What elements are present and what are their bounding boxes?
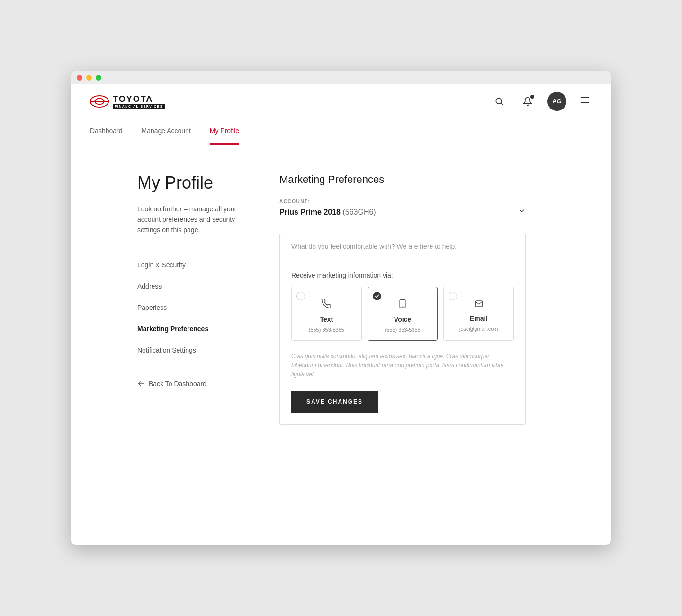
arrow-left-icon [137, 380, 145, 388]
receive-label: Receive marketing information via: [291, 272, 514, 279]
notification-button[interactable] [519, 93, 536, 110]
right-panel: Marketing Preferences ACCOUNT: Prius Pri… [279, 173, 526, 516]
page-title: My Profile [137, 173, 251, 192]
tab-manage-account[interactable]: Manage Account [142, 118, 191, 145]
sidebar-nav: Login & Security Address Paperless Marke… [137, 254, 251, 361]
maximize-button[interactable] [96, 75, 101, 81]
sidebar-item-notification-settings[interactable]: Notification Settings [137, 340, 251, 361]
header-right: AG [491, 92, 592, 111]
account-code: (563GH6) [342, 208, 376, 216]
channel-voice-radio [373, 292, 381, 300]
avatar[interactable]: AG [547, 92, 566, 111]
account-name-bold: Prius Prime 2018 [279, 208, 341, 216]
title-bar [71, 71, 611, 84]
hamburger-icon [580, 95, 590, 105]
section-title: Marketing Preferences [279, 173, 526, 186]
notification-dot [530, 95, 534, 99]
save-changes-button[interactable]: SAVE CHANGES [291, 391, 378, 413]
tab-my-profile[interactable]: My Profile [210, 118, 239, 145]
channel-voice[interactable]: Voice (555) 353-5355 [368, 287, 438, 341]
logo-area: TOYOTA FINANCIAL SERVICES [90, 94, 165, 109]
main-content: My Profile Look no further – manage all … [71, 145, 611, 545]
channel-text-label: Text [320, 316, 333, 323]
disclaimer-text: Cras quis nulla commodo, aliquam lectus … [291, 352, 514, 380]
card-body: Receive marketing information via: Text [280, 260, 525, 424]
channel-email-radio [449, 292, 457, 300]
sidebar-item-login-security[interactable]: Login & Security [137, 254, 251, 276]
hamburger-button[interactable] [578, 93, 592, 110]
tab-dashboard[interactable]: Dashboard [90, 118, 123, 145]
header: TOYOTA FINANCIAL SERVICES AG [71, 84, 611, 118]
close-button[interactable] [77, 75, 82, 81]
toyota-logo: TOYOTA FINANCIAL SERVICES [113, 94, 165, 109]
account-label: ACCOUNT: [279, 199, 526, 204]
envelope-icon [474, 299, 484, 311]
chevron-down-icon [518, 207, 526, 217]
channel-email-label: Email [470, 315, 487, 322]
app-window: TOYOTA FINANCIAL SERVICES AG [71, 71, 611, 545]
mobile-icon [398, 299, 407, 312]
back-dashboard-label: Back To Dashboard [149, 380, 206, 388]
channel-email[interactable]: Email jose@gmail.com [443, 287, 514, 341]
account-selector[interactable]: Prius Prime 2018 (563GH6) [279, 207, 526, 223]
sidebar-item-address[interactable]: Address [137, 276, 251, 297]
back-to-dashboard-button[interactable]: Back To Dashboard [137, 380, 206, 388]
channel-text-value: (555) 353-5355 [309, 327, 344, 333]
left-panel: My Profile Look no further – manage all … [137, 173, 251, 516]
channel-voice-value: (555) 353-5355 [385, 327, 420, 333]
nav-tabs: Dashboard Manage Account My Profile [71, 118, 611, 145]
toyota-sub: FINANCIAL SERVICES [113, 104, 165, 109]
toyota-wordmark: TOYOTA [113, 94, 153, 104]
toyota-oval-icon [90, 95, 109, 108]
search-icon [494, 97, 504, 106]
phone-icon [321, 299, 332, 312]
sidebar-item-marketing-preferences[interactable]: Marketing Preferences [137, 318, 251, 340]
channel-text-radio [296, 292, 305, 300]
search-button[interactable] [491, 93, 508, 110]
minimize-button[interactable] [86, 75, 92, 81]
svg-line-4 [501, 103, 503, 105]
channel-email-value: jose@gmail.com [459, 326, 498, 332]
account-name: Prius Prime 2018 (563GH6) [279, 208, 376, 217]
page-description: Look no further – manage all your accoun… [137, 204, 251, 236]
card-header-text: What do you feel comfortable with? We ar… [280, 233, 525, 260]
svg-rect-9 [400, 300, 405, 308]
channel-voice-label: Voice [394, 316, 411, 323]
channel-text[interactable]: Text (555) 353-5355 [291, 287, 362, 341]
marketing-card: What do you feel comfortable with? We ar… [279, 233, 526, 425]
channel-options: Text (555) 353-5355 [291, 287, 514, 341]
sidebar-item-paperless[interactable]: Paperless [137, 297, 251, 318]
